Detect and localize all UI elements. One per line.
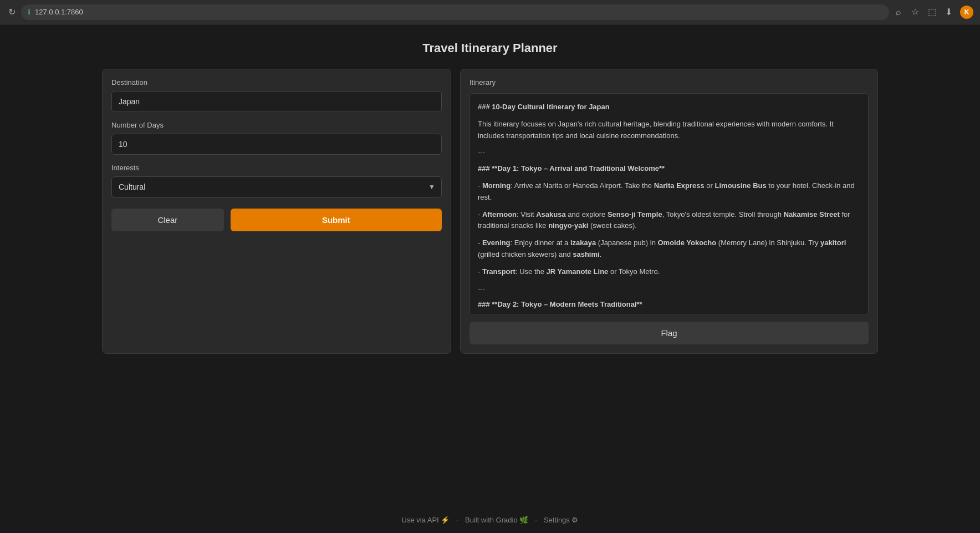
separator-2: --- <box>478 283 860 295</box>
day1-morning: - Morning: Arrive at Narita or Haneda Ai… <box>478 180 860 204</box>
button-row: Clear Submit <box>111 209 442 231</box>
footer-separator-2: · <box>535 516 537 524</box>
right-panel: Itinerary ### 10-Day Cultural Itinerary … <box>460 69 878 354</box>
interests-select-wrapper: Cultural Adventure Food Nature History ▼ <box>111 176 442 197</box>
destination-input[interactable] <box>111 91 442 112</box>
bookmark-icon[interactable]: ☆ <box>910 7 920 17</box>
url-text: 127.0.0.1:7860 <box>35 8 83 16</box>
settings-link[interactable]: Settings ⚙ <box>544 516 579 524</box>
browser-toolbar: ⌕ ☆ ⬚ ⬇ K <box>894 6 973 19</box>
lightning-icon: ⚡ <box>441 516 450 524</box>
page-title: Travel Itinerary Planner <box>422 41 557 55</box>
interests-label: Interests <box>111 164 442 172</box>
gear-icon: ⚙ <box>571 516 578 524</box>
day1-transport: - Transport: Use the JR Yamanote Line or… <box>478 266 860 278</box>
itinerary-heading-1: ### 10-Day Cultural Itinerary for Japan <box>478 101 860 113</box>
interests-select[interactable]: Cultural Adventure Food Nature History <box>111 176 442 197</box>
gradio-icon: 🌿 <box>519 516 528 524</box>
main-layout: Destination Number of Days Interests Cul… <box>102 69 878 354</box>
address-bar[interactable]: ℹ 127.0.0.1:7860 <box>21 4 889 20</box>
day1-heading: ### **Day 1: Tokyo – Arrival and Traditi… <box>478 163 860 175</box>
itinerary-intro: This itinerary focuses on Japan's rich c… <box>478 119 860 142</box>
flag-button[interactable]: Flag <box>469 322 869 344</box>
days-input[interactable] <box>111 134 442 155</box>
left-panel: Destination Number of Days Interests Cul… <box>102 69 451 354</box>
address-icon: ℹ <box>28 8 30 16</box>
clear-button[interactable]: Clear <box>111 209 224 231</box>
days-label: Number of Days <box>111 121 442 129</box>
destination-label: Destination <box>111 78 442 87</box>
itinerary-label: Itinerary <box>469 78 869 87</box>
day1-evening: - Evening: Enjoy dinner at a izakaya (Ja… <box>478 237 860 261</box>
footer-separator-1: · <box>456 516 458 524</box>
itinerary-content[interactable]: ### 10-Day Cultural Itinerary for Japan … <box>469 93 869 315</box>
footer: Use via API ⚡ · Built with Gradio 🌿 · Se… <box>0 507 980 533</box>
reload-icon[interactable]: ↻ <box>7 7 17 17</box>
search-icon[interactable]: ⌕ <box>894 7 904 17</box>
interests-field: Interests Cultural Adventure Food Nature… <box>111 164 442 197</box>
day1-afternoon: - Afternoon: Visit Asakusa and explore S… <box>478 209 860 232</box>
api-link[interactable]: Use via API ⚡ <box>402 516 450 524</box>
days-field: Number of Days <box>111 121 442 155</box>
browser-chrome: ↻ ℹ 127.0.0.1:7860 ⌕ ☆ ⬚ ⬇ K <box>0 0 980 24</box>
browser-controls: ↻ <box>7 7 17 17</box>
destination-field: Destination <box>111 78 442 112</box>
day2-heading: ### **Day 2: Tokyo – Modern Meets Tradit… <box>478 299 860 311</box>
page-content: Travel Itinerary Planner Destination Num… <box>0 24 980 507</box>
avatar[interactable]: K <box>960 6 973 19</box>
separator-1: --- <box>478 147 860 159</box>
extensions-icon[interactable]: ⬚ <box>927 7 937 17</box>
submit-button[interactable]: Submit <box>231 209 442 231</box>
download-icon[interactable]: ⬇ <box>943 7 953 17</box>
gradio-link[interactable]: Built with Gradio 🌿 <box>465 516 528 524</box>
